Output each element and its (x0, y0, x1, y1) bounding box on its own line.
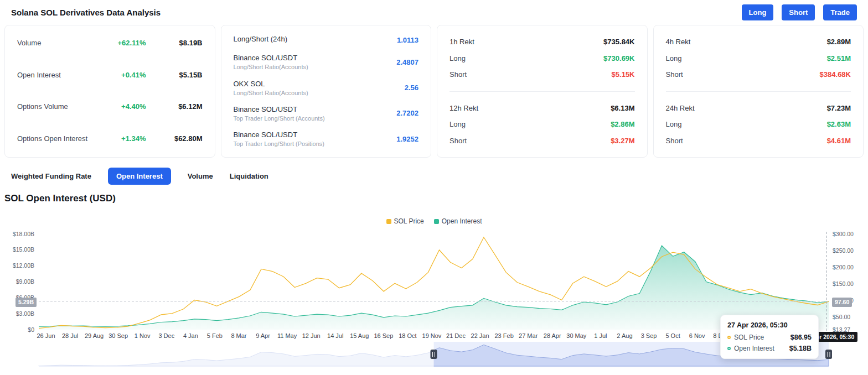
svg-text:5 Oct: 5 Oct (665, 332, 680, 339)
svg-text:21 Dec: 21 Dec (446, 332, 466, 339)
rekt-total: $735.84K (603, 38, 634, 46)
legend-item-open-interest[interactable]: Open Interest (434, 217, 482, 225)
rekt-short-label: Short (666, 70, 683, 79)
stat-row-volume: Volume +62.11% $8.19B (17, 39, 203, 47)
svg-text:9 Apr: 9 Apr (256, 332, 270, 339)
svg-text:1 Jul: 1 Jul (594, 332, 607, 339)
rekt-section-4h: 4h Rekt$2.89M Long$2.51M Short$384.68K (666, 25, 851, 91)
svg-text:1 Nov: 1 Nov (135, 332, 151, 339)
long-short-ratio-card: Long/Short (24h) 1.0113 Binance SOL/USDT… (221, 25, 432, 158)
svg-text:18 Oct: 18 Oct (399, 332, 416, 339)
svg-text:16 Sep: 16 Sep (374, 332, 393, 339)
rekt-short-label: Short (450, 137, 467, 145)
rekt-title: 24h Rekt (666, 104, 695, 112)
svg-text:27 Mar: 27 Mar (519, 332, 538, 339)
rekt-short-value: $5.15K (612, 70, 635, 79)
svg-text:$250.00: $250.00 (833, 247, 854, 254)
svg-text:3 Dec: 3 Dec (158, 332, 174, 339)
rekt-section-24h: 24h Rekt$7.23M Long$2.63M Short$4.61M (666, 91, 851, 158)
stat-cards-row: Volume +62.11% $8.19B Open Interest +0.4… (4, 25, 864, 158)
rekt-long-value: $2.86M (611, 120, 634, 128)
rekt-section-1h: 1h Rekt$735.84K Long$730.69K Short$5.15K (450, 25, 635, 91)
tab-liquidation[interactable]: Liquidation (230, 172, 268, 180)
stat-change: +62.11% (106, 39, 146, 47)
ratio-label: Long/Short (24h) (234, 35, 288, 45)
ratio-row: OKX SOL Long/Short Ratio(Accounts) 2.56 (234, 80, 419, 96)
svg-text:$50.00: $50.00 (833, 314, 850, 320)
svg-text:5 Feb: 5 Feb (207, 332, 223, 339)
rekt-long-label: Long (666, 54, 682, 62)
stat-value: $8.19B (162, 39, 203, 47)
rekt-long-value: $730.69K (603, 54, 634, 62)
derivatives-dashboard: Solana SOL Derivatives Data Analysis Lon… (0, 0, 868, 375)
svg-text:6 Nov: 6 Nov (689, 332, 705, 339)
ratio-label: Binance SOL/USDT Top Trader Long/Short (… (234, 105, 325, 122)
svg-text:4 Jan: 4 Jan (183, 332, 198, 339)
tab-open-interest[interactable]: Open Interest (108, 168, 171, 185)
svg-text:28 Jul: 28 Jul (62, 332, 78, 339)
stat-value: $5.15B (162, 71, 203, 79)
rekt-short-value: $4.61M (827, 137, 851, 145)
short-button[interactable]: Short (782, 4, 815, 20)
rekt-title: 1h Rekt (450, 38, 474, 46)
header-actions: Long Short Trade (742, 4, 857, 20)
rekt-short-label: Short (450, 70, 467, 79)
rekt-total: $7.23M (827, 104, 851, 112)
stat-label: Volume (17, 39, 106, 47)
stat-label: Options Volume (17, 102, 106, 111)
legend-item-sol-price[interactable]: SOL Price (386, 217, 424, 225)
svg-text:8 Mar: 8 Mar (231, 332, 246, 339)
svg-text:26 Jun: 26 Jun (37, 332, 55, 339)
rekt-section-12h: 12h Rekt$6.13M Long$2.86M Short$3.27M (450, 91, 635, 158)
rekt-total: $6.13M (611, 104, 634, 112)
rekt-short-label: Short (666, 137, 683, 145)
svg-text:30 Sep: 30 Sep (108, 332, 128, 339)
stat-label: Open Interest (17, 71, 106, 79)
rekt-title: 12h Rekt (450, 104, 478, 112)
rekt-long-label: Long (450, 120, 466, 128)
svg-text:$200.00: $200.00 (833, 264, 854, 270)
tooltip-timestamp: 27 Apr 2026, 05:30 (727, 321, 812, 329)
rekt-title: 4h Rekt (666, 38, 691, 46)
svg-text:$12.00B: $12.00B (13, 262, 34, 269)
svg-text:$300.00: $300.00 (833, 231, 854, 237)
trade-button[interactable]: Trade (823, 4, 857, 20)
chart-legend: SOL Price Open Interest (0, 217, 868, 225)
page-title: Solana SOL Derivatives Data Analysis (11, 8, 161, 17)
svg-text:14 Jul: 14 Jul (327, 332, 343, 339)
chart-tabs: Weighted Funding Rate Open Interest Volu… (11, 167, 268, 185)
svg-text:22 Jan: 22 Jan (471, 332, 489, 339)
svg-text:2 Aug: 2 Aug (617, 332, 632, 339)
open-interest-dot-icon (727, 347, 731, 350)
rekt-short-value: $384.68K (820, 70, 851, 79)
long-button[interactable]: Long (742, 4, 774, 20)
ratio-row: Binance SOL/USDT Long/Short Ratio(Accoun… (234, 54, 419, 70)
stat-change: +1.34% (106, 134, 146, 143)
tooltip-row-sol-price: SOL Price $86.95 (727, 334, 812, 341)
rekt-long-label: Long (450, 54, 466, 62)
ratio-row: Binance SOL/USDT Top Trader Long/Short (… (234, 131, 419, 147)
stat-change: +0.41% (106, 71, 146, 79)
ratio-value: 2.4807 (396, 58, 418, 66)
stat-row-options-volume: Options Volume +4.40% $6.12M (17, 102, 203, 111)
ratio-label: Binance SOL/USDT Top Trader Long/Short (… (234, 131, 324, 147)
svg-text:$0: $0 (28, 326, 34, 333)
market-stats-card: Volume +62.11% $8.19B Open Interest +0.4… (4, 25, 215, 158)
current-open-interest-badge: 5.29B (16, 298, 37, 307)
rekt-long-value: $2.63M (827, 120, 851, 128)
rekt-card-4h-24h: 4h Rekt$2.89M Long$2.51M Short$384.68K 2… (653, 25, 864, 158)
ratio-value: 2.7202 (396, 109, 418, 117)
tab-volume[interactable]: Volume (188, 172, 213, 180)
svg-text:$15.00B: $15.00B (13, 246, 34, 253)
tab-weighted-funding-rate[interactable]: Weighted Funding Rate (11, 172, 91, 180)
stat-value: $6.12M (162, 102, 203, 111)
tooltip-row-open-interest: Open Interest $5.18B (727, 345, 812, 352)
rekt-short-value: $3.27M (611, 137, 634, 145)
svg-text:$3.00B: $3.00B (16, 310, 34, 317)
header: Solana SOL Derivatives Data Analysis Lon… (0, 0, 868, 24)
stat-value: $62.80M (162, 134, 203, 143)
rekt-long-label: Long (666, 120, 682, 128)
svg-text:30 May: 30 May (566, 332, 587, 339)
ratio-row: Long/Short (24h) 1.0113 (234, 35, 419, 45)
chart-title: SOL Open Interest (USD) (4, 193, 116, 204)
